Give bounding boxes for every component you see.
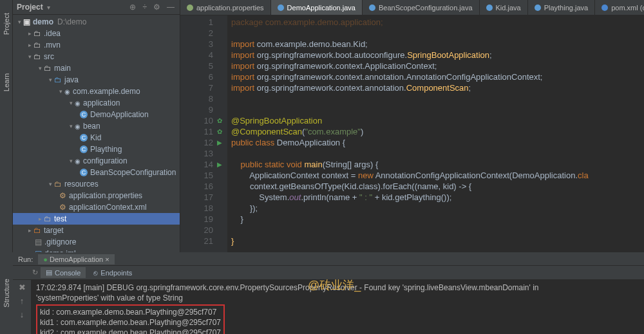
- spring-icon: ✿: [217, 126, 222, 137]
- console-toolbar: ✖ ↑ ↓: [13, 280, 31, 334]
- select-opened-icon[interactable]: ⊕: [128, 3, 137, 12]
- editor: application.properties DemoApplication.j…: [180, 0, 644, 252]
- output-line: kid2 : com.example.demo.bean.Plaything@2…: [40, 328, 221, 334]
- run-label: Run:: [18, 255, 33, 263]
- java-icon: [278, 5, 284, 11]
- tool-strip-left-bottom: Structure Favorites: [0, 253, 13, 334]
- tree-item-target[interactable]: ▸🗀target: [13, 225, 180, 236]
- hide-icon[interactable]: —: [166, 3, 176, 12]
- tree-item-pkg-demo[interactable]: ▾◉com.example.demo: [13, 86, 180, 97]
- code-text[interactable]: package com.example.demo.application; im…: [227, 15, 644, 252]
- tree-item-demoapplication[interactable]: CDemoApplication: [13, 109, 180, 120]
- tree-item-demoiml[interactable]: ▤demo.iml: [13, 248, 180, 252]
- tree-item-pkg-configuration[interactable]: ▾◉configuration: [13, 155, 180, 167]
- highlighted-output: kid : com.example.demo.bean.Plaything@29…: [36, 304, 225, 334]
- tree-item-pkg-bean[interactable]: ▾◉bean: [13, 120, 180, 132]
- tab-pom[interactable]: pom.xml (demo: [595, 0, 644, 15]
- collapse-icon[interactable]: ÷: [141, 3, 148, 12]
- project-view-label: Project: [17, 3, 43, 12]
- project-sidebar: Project ▾ ⊕ ÷ ⚙ — ▾▣demoD:\demo ▸🗀.idea …: [13, 0, 180, 252]
- tree-item-beanscopeconfig[interactable]: CBeanScopeConfiguration: [13, 167, 180, 178]
- run-gutter-icon[interactable]: ▶: [217, 137, 222, 148]
- maven-icon: [601, 5, 608, 11]
- properties-icon: [187, 5, 193, 11]
- watermark: @砖业洋_: [308, 280, 361, 290]
- tree-item-mvn[interactable]: ▸🗀.mvn: [13, 39, 180, 51]
- gutter: 123456789 10✿ 11✿ 12▶ 13 14▶ 15161718192…: [180, 15, 216, 252]
- java-icon: [486, 5, 493, 11]
- code-area[interactable]: 123456789 10✿ 11✿ 12▶ 13 14▶ 15161718192…: [180, 15, 644, 252]
- settings-icon[interactable]: ⚙: [152, 3, 162, 12]
- tree-item-main[interactable]: ▾🗀main: [13, 62, 180, 74]
- tool-strip-left: Project Learn: [0, 0, 13, 252]
- endpoints-icon: ⎋: [93, 269, 98, 277]
- console-tabs: ↻ ▤Console ⎋Endpoints: [13, 266, 644, 280]
- tree-item-java[interactable]: ▾🗀java: [13, 74, 180, 86]
- tree-item-resources[interactable]: ▾🗀resources: [13, 178, 180, 190]
- tab-beanscopeconfig[interactable]: BeanScopeConfiguration.java: [363, 0, 480, 15]
- project-tree: ▾▣demoD:\demo ▸🗀.idea ▸🗀.mvn ▾🗀src ▾🗀mai…: [13, 15, 180, 252]
- java-icon: [535, 5, 541, 11]
- editor-tabs: application.properties DemoApplication.j…: [180, 0, 644, 15]
- sidebar-header: Project ▾ ⊕ ÷ ⚙ —: [13, 0, 180, 15]
- tree-item-gitignore[interactable]: ▤.gitignore: [13, 236, 180, 248]
- output-line: kid1 : com.example.demo.bean.Plaything@2…: [40, 317, 221, 328]
- tab-plaything[interactable]: Plaything.java: [528, 0, 596, 15]
- stop-icon[interactable]: ✖: [19, 283, 26, 292]
- run-header: Run: ● DemoApplication ×: [13, 253, 644, 266]
- tree-item-src[interactable]: ▾🗀src: [13, 51, 180, 62]
- run-config-tab[interactable]: ● DemoApplication ×: [38, 254, 114, 264]
- java-icon: [369, 5, 375, 11]
- tree-item-test[interactable]: ▸🗀test: [13, 213, 180, 225]
- log-line: 'systemProperties' with value of type St…: [36, 293, 639, 303]
- spring-icon: ✿: [217, 115, 222, 126]
- tree-item-idea[interactable]: ▸🗀.idea: [13, 28, 180, 39]
- tab-endpoints[interactable]: ⎋Endpoints: [88, 268, 137, 278]
- up-icon[interactable]: ↑: [20, 296, 24, 306]
- project-view-selector[interactable]: ▾: [47, 4, 50, 11]
- tab-appprops[interactable]: application.properties: [180, 0, 271, 15]
- run-gutter-icon[interactable]: ▶: [217, 159, 222, 170]
- output-line: kid : com.example.demo.bean.Plaything@29…: [40, 307, 221, 317]
- tree-item-pkg-application[interactable]: ▾◉application: [13, 97, 180, 109]
- tree-item-appcontext[interactable]: ⚙applicationContext.xml: [13, 201, 180, 213]
- tab-console[interactable]: ▤Console: [41, 267, 86, 278]
- down-icon[interactable]: ↓: [20, 310, 24, 319]
- tree-item-kid[interactable]: CKid: [13, 132, 180, 144]
- project-tool-button[interactable]: Project: [3, 13, 10, 35]
- tab-demoapplication[interactable]: DemoApplication.java: [271, 0, 363, 15]
- learn-tool-button[interactable]: Learn: [3, 73, 10, 91]
- tree-item-appprops[interactable]: ⚙application.properties: [13, 190, 180, 201]
- tree-root[interactable]: ▾▣demoD:\demo: [13, 16, 180, 28]
- console-output[interactable]: 17:02:29.874 [main] DEBUG org.springfram…: [31, 280, 644, 334]
- console-icon: ▤: [46, 268, 52, 277]
- rerun-icon[interactable]: ↻: [32, 268, 38, 277]
- tree-item-plaything[interactable]: CPlaything: [13, 144, 180, 155]
- tab-kid[interactable]: Kid.java: [480, 0, 528, 15]
- structure-tool-button[interactable]: Structure: [3, 279, 10, 308]
